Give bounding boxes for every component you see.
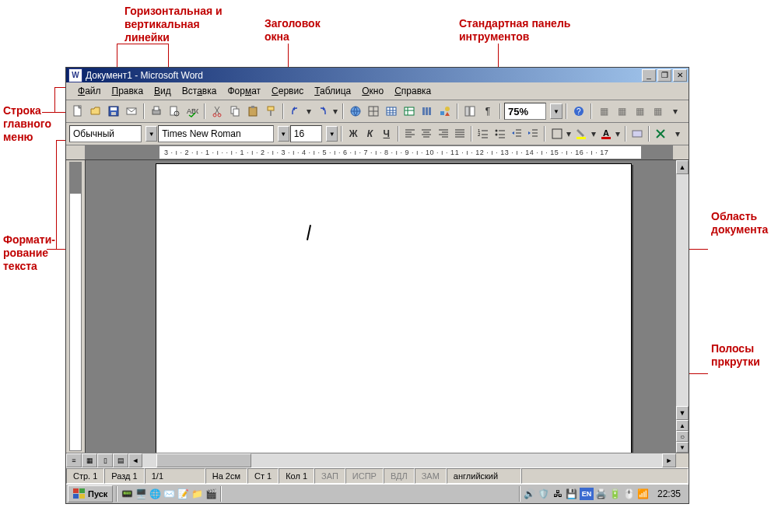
quick-launch-icon-4[interactable]: ✉️ (163, 488, 175, 500)
quick-launch-icon-5[interactable]: 📝 (177, 488, 189, 500)
scroll-down-icon[interactable]: ▼ (676, 406, 689, 420)
vertical-ruler[interactable] (66, 160, 86, 453)
extra-icon-1[interactable]: ▦ (595, 103, 612, 120)
bold-button[interactable]: Ж (345, 125, 361, 142)
tray-icon-3[interactable]: 🖧 (552, 488, 564, 500)
quick-launch-icon-1[interactable]: 📟 (121, 488, 133, 500)
quick-launch-icon-7[interactable]: 🎬 (205, 488, 217, 500)
menu-window[interactable]: Окно (356, 84, 389, 98)
document-page[interactable] (156, 163, 632, 453)
cut-icon[interactable] (209, 103, 226, 120)
status-trk[interactable]: ИСПР (345, 468, 384, 484)
menu-tools[interactable]: Сервис (266, 84, 309, 98)
menu-insert[interactable]: Вставка (177, 84, 223, 98)
extra-icon-3[interactable]: ▦ (631, 103, 648, 120)
tables-borders-icon[interactable] (365, 103, 382, 120)
highlight-dropdown-icon[interactable]: ▾ (590, 125, 597, 142)
view-normal-icon[interactable]: ≡ (66, 453, 82, 467)
zoom-combo[interactable]: 75% (504, 103, 546, 120)
borders-icon[interactable] (548, 125, 564, 142)
doc-map-icon[interactable] (461, 103, 478, 120)
hyperlink-icon[interactable] (347, 103, 364, 120)
menu-view[interactable]: Вид (149, 84, 177, 98)
horizontal-ruler[interactable]: 3 · ı · 2 · ı · 1 · ı · · ı · 1 · ı · 2 … (66, 145, 689, 160)
menu-format[interactable]: Формат (222, 84, 266, 98)
tray-icon-8[interactable]: 📶 (637, 488, 650, 500)
font-combo[interactable]: Times New Roman (158, 125, 274, 142)
scroll-right-icon[interactable]: ► (662, 453, 676, 467)
numbering-icon[interactable]: 12 (475, 125, 491, 142)
open-icon[interactable] (87, 103, 104, 120)
view-web-icon[interactable]: ▦ (82, 453, 97, 467)
extra-fmt-icon-1[interactable] (629, 125, 645, 142)
new-doc-icon[interactable] (69, 103, 86, 120)
borders-dropdown-icon[interactable]: ▾ (566, 125, 573, 142)
extra-icon-2[interactable]: ▦ (613, 103, 630, 120)
italic-button[interactable]: К (362, 125, 377, 142)
font-color-dropdown-icon[interactable]: ▾ (615, 125, 622, 142)
status-ext[interactable]: ВДЛ (384, 468, 415, 484)
toolbar-options-2-icon[interactable]: ▾ (670, 125, 685, 142)
align-left-icon[interactable] (402, 125, 418, 142)
scroll-left-icon[interactable]: ◄ (128, 453, 142, 467)
menu-file[interactable]: Файл (72, 84, 107, 98)
format-painter-icon[interactable] (262, 103, 279, 120)
tray-icon-1[interactable]: 🔊 (524, 488, 536, 500)
hscroll-thumb[interactable] (156, 453, 251, 467)
insert-table-icon[interactable] (383, 103, 400, 120)
close-button[interactable]: ✕ (673, 69, 687, 82)
tray-icon-5[interactable]: 🖨️ (595, 488, 608, 500)
style-combo[interactable]: Обычный (69, 125, 142, 142)
insert-worksheet-icon[interactable] (401, 103, 418, 120)
tray-icon-6[interactable]: 🔋 (609, 488, 622, 500)
columns-icon[interactable] (419, 103, 436, 120)
browse-prev-icon[interactable]: ▲ (676, 420, 689, 431)
align-justify-icon[interactable] (452, 125, 468, 142)
restore-button[interactable]: ❐ (657, 69, 671, 82)
paste-icon[interactable] (244, 103, 261, 120)
title-bar[interactable]: W Документ1 - Microsoft Word _ ❐ ✕ (66, 68, 689, 82)
view-outline-icon[interactable]: ▤ (113, 453, 128, 467)
print-icon[interactable] (148, 103, 165, 120)
decrease-indent-icon[interactable] (509, 125, 524, 142)
status-ovr[interactable]: ЗАМ (415, 468, 447, 484)
language-indicator[interactable]: EN (580, 488, 594, 500)
redo-icon[interactable] (314, 103, 331, 120)
browse-object-icon[interactable]: ○ (676, 431, 689, 442)
status-rec[interactable]: ЗАП (314, 468, 345, 484)
start-button[interactable]: Пуск (68, 485, 113, 502)
quick-launch-icon-3[interactable]: 🌐 (149, 488, 161, 500)
menu-help[interactable]: Справка (389, 84, 436, 98)
underline-button[interactable]: Ч (379, 125, 394, 142)
align-center-icon[interactable] (419, 125, 434, 142)
fontsize-dropdown-icon[interactable]: ▼ (326, 126, 338, 142)
tray-icon-7[interactable]: 🖱️ (623, 488, 636, 500)
help-icon[interactable]: ? (570, 103, 587, 120)
align-right-icon[interactable] (436, 125, 451, 142)
quick-launch-icon-2[interactable]: 🖥️ (135, 488, 147, 500)
scroll-up-icon[interactable]: ▲ (676, 160, 689, 174)
spellcheck-icon[interactable]: ABC (184, 103, 201, 120)
mail-icon[interactable] (123, 103, 140, 120)
view-print-icon[interactable]: ▯ (97, 453, 113, 467)
fontsize-combo[interactable]: 16 (290, 125, 322, 142)
menu-table[interactable]: Таблица (309, 84, 356, 98)
status-language[interactable]: английский (447, 468, 522, 484)
zoom-dropdown-icon[interactable]: ▼ (550, 103, 562, 119)
font-color-icon[interactable]: A (598, 125, 614, 142)
bullets-icon[interactable] (492, 125, 507, 142)
browse-next-icon[interactable]: ▼ (676, 442, 689, 453)
tray-icon-2[interactable]: 🛡️ (538, 488, 550, 500)
preview-icon[interactable] (166, 103, 183, 120)
font-dropdown-icon[interactable]: ▼ (278, 126, 289, 142)
quick-launch-icon-6[interactable]: 📁 (191, 488, 203, 500)
toolbar-options-icon[interactable]: ▾ (667, 103, 684, 120)
minimize-button[interactable]: _ (642, 69, 656, 82)
tray-icon-4[interactable]: 💾 (566, 488, 578, 500)
save-icon[interactable] (105, 103, 122, 120)
undo-icon[interactable] (287, 103, 304, 120)
copy-icon[interactable] (226, 103, 244, 120)
tray-clock[interactable]: 22:35 (651, 488, 687, 499)
vertical-scrollbar[interactable]: ▲ ▼ ▲ ○ ▼ (675, 160, 689, 453)
menu-edit[interactable]: Правка (107, 84, 149, 98)
